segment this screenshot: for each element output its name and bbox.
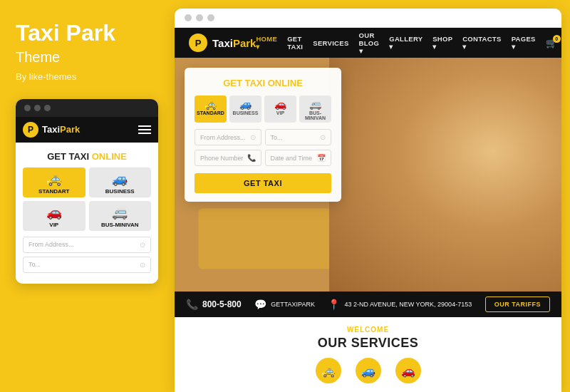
car-option-standard[interactable]: 🚕STANDARD (195, 96, 227, 123)
tariffs-button[interactable]: OUR TARIFFS (485, 296, 550, 312)
site-logo-circle: P (189, 33, 207, 52)
calendar-icon: 📅 (317, 154, 326, 162)
service-icon-3: 🚗 (395, 358, 421, 383)
car-option-business[interactable]: 🚙BUSINESS (229, 96, 261, 123)
datetime-input[interactable]: Date and Time 📅 (265, 150, 332, 166)
cart-icon[interactable]: 🛒 0 (546, 38, 557, 48)
form-title: GET TAXI ONLINE (195, 78, 331, 88)
service-circle-2: 🚙 (356, 358, 381, 383)
get-taxi-form: GET TAXI ONLINE 🚕STANDARD 🚙BUSINESS 🚗VIP… (185, 68, 341, 202)
mobile-hamburger-icon[interactable] (138, 125, 151, 134)
location-icon-footer: 📍 (328, 299, 340, 310)
svg-rect-4 (545, 118, 561, 147)
left-panel: Taxi Park Theme By like-themes P TaxiPar… (0, 0, 175, 392)
mobile-dot-1 (24, 105, 31, 111)
service-circle-3: 🚗 (395, 358, 421, 383)
mobile-car-vip[interactable]: 🚗VIP (23, 201, 86, 231)
mobile-body: GET TAXI ONLINE 🚕STANDART 🚙BUSINESS 🚗VIP… (16, 143, 158, 284)
service-icon-2: 🚙 (356, 358, 381, 383)
browser-dot-1 (185, 14, 192, 21)
right-panel: P TaxiPark HOME ▾ GET TAXI SERVICES OUR … (175, 9, 561, 392)
sub-title: Theme (16, 49, 60, 66)
car-option-vip[interactable]: 🚗VIP (264, 96, 296, 123)
by-line: By like-themes (16, 71, 76, 82)
footer-bar: 📞 800-5-800 💬 GETTAXIPARK 📍 43 2-ND AVEN… (175, 292, 561, 317)
phone-icon: 📞 (247, 154, 256, 162)
nav-services[interactable]: SERVICES (313, 39, 348, 47)
services-icons: 🚕 🚙 🚗 (189, 358, 547, 383)
phone-input[interactable]: Phone Number 📞 (195, 150, 261, 166)
nav-home[interactable]: HOME ▾ (256, 35, 277, 51)
phone-icon-footer: 📞 (186, 299, 198, 310)
footer-phone-number: 800-5-800 (202, 299, 242, 309)
desktop-preview: P TaxiPark HOME ▾ GET TAXI SERVICES OUR … (175, 28, 561, 392)
location-icon-from: ⊙ (250, 133, 256, 141)
main-title: Taxi Park (16, 20, 115, 46)
mobile-cars: 🚕STANDART 🚙BUSINESS 🚗VIP 🚐BUS-MINIVAN (23, 167, 151, 231)
mobile-to-input[interactable]: To... ⊙ (23, 257, 151, 273)
service-circle-1: 🚕 (316, 358, 341, 383)
nav-shop[interactable]: SHOP ▾ (432, 35, 452, 51)
site-logo-text: TaxiPark (212, 37, 256, 49)
to-address-input[interactable]: To... ⊙ (265, 129, 332, 145)
nav-gallery[interactable]: GALLERY ▾ (389, 35, 423, 51)
mobile-car-standard[interactable]: 🚕STANDART (23, 167, 86, 197)
mobile-location-icon: ⊙ (140, 241, 145, 249)
services-title: OUR SERVICES (189, 336, 547, 351)
location-icon-to: ⊙ (320, 133, 326, 141)
services-welcome: WELCOME (189, 326, 547, 334)
hero-section: GET TAXI ONLINE 🚕STANDARD 🚙BUSINESS 🚗VIP… (175, 58, 561, 292)
mobile-dot-3 (44, 105, 51, 111)
site-navbar: P TaxiPark HOME ▾ GET TAXI SERVICES OUR … (175, 28, 561, 58)
nav-pages[interactable]: PAGES ▾ (512, 35, 536, 51)
mobile-preview: P TaxiPark GET TAXI ONLINE 🚕STANDART 🚙BU… (16, 99, 158, 284)
mobile-car-business[interactable]: 🚙BUSINESS (89, 167, 152, 197)
nav-blog[interactable]: OUR BLOG ▾ (359, 31, 380, 55)
mobile-bar (16, 99, 158, 117)
mobile-logo-circle: P (23, 122, 38, 138)
from-address-input[interactable]: From Address... ⊙ (195, 129, 261, 145)
browser-bar (175, 9, 561, 28)
car-option-minivan[interactable]: 🚐BUS-MINIVAN (299, 96, 331, 123)
nav-contacts[interactable]: CONTACTS ▾ (462, 35, 501, 51)
svg-rect-3 (485, 175, 561, 292)
browser-dot-2 (196, 14, 203, 21)
cart-badge: 0 (553, 35, 561, 43)
address-row: From Address... ⊙ To... ⊙ (195, 129, 331, 145)
footer-email: 💬 GETTAXIPARK (254, 299, 315, 310)
get-taxi-button[interactable]: GET TAXI (195, 173, 331, 193)
svg-rect-6 (198, 209, 349, 269)
mobile-logo-area: P TaxiPark (23, 122, 80, 138)
skype-icon-footer: 💬 (254, 299, 266, 310)
footer-phone: 📞 800-5-800 (186, 299, 242, 310)
service-icon-1: 🚕 (316, 358, 341, 383)
svg-rect-5 (548, 121, 559, 139)
site-logo-area: P TaxiPark (189, 33, 256, 52)
mobile-get-taxi-title: GET TAXI ONLINE (23, 151, 151, 162)
footer-address: 📍 43 2-ND AVENUE, NEW YORK, 29004-7153 (328, 299, 472, 310)
mobile-header: P TaxiPark (16, 117, 158, 143)
car-options: 🚕STANDARD 🚙BUSINESS 🚗VIP 🚐BUS-MINIVAN (195, 96, 331, 123)
svg-point-1 (357, 58, 561, 292)
site-nav-links: HOME ▾ GET TAXI SERVICES OUR BLOG ▾ GALL… (256, 31, 556, 55)
svg-point-2 (481, 88, 561, 178)
browser-dot-3 (207, 14, 214, 21)
mobile-location-icon-2: ⊙ (140, 261, 145, 269)
details-row: Phone Number 📞 Date and Time 📅 (195, 150, 331, 166)
mobile-car-minivan[interactable]: 🚐BUS-MINIVAN (89, 201, 152, 231)
nav-get-taxi[interactable]: GET TAXI (287, 35, 303, 51)
mobile-logo-text: TaxiPark (42, 124, 80, 135)
services-section: WELCOME OUR SERVICES 🚕 🚙 🚗 (175, 317, 561, 392)
mobile-dot-2 (34, 105, 41, 111)
mobile-from-input[interactable]: From Address... ⊙ (23, 237, 151, 253)
